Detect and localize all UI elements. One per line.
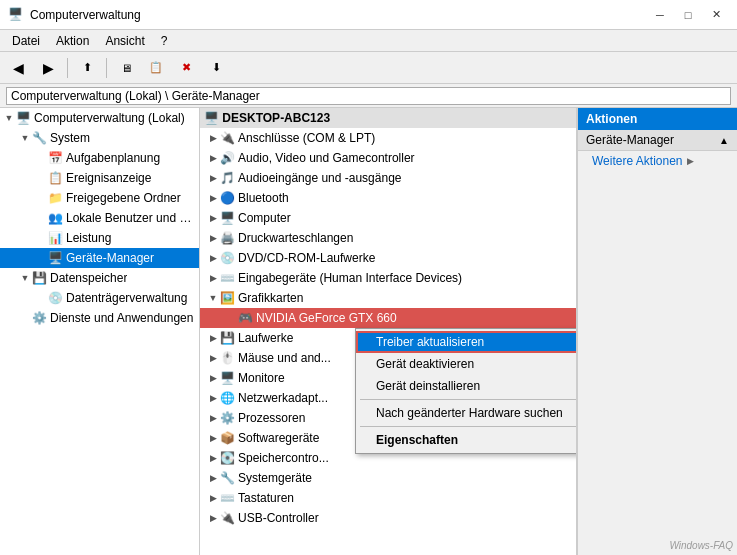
device-label: Eingabegeräte (Human Interface Devices): [238, 271, 462, 285]
expand-icon[interactable]: ▼: [206, 293, 220, 303]
ctx-item-eigenschaften[interactable]: Eigenschaften: [356, 429, 577, 451]
list-button[interactable]: 📋: [142, 55, 170, 81]
menu-help[interactable]: ?: [153, 32, 176, 50]
toolbar: ◀ ▶ ⬆ 🖥 📋 ✖ ⬇: [0, 52, 737, 84]
item-icon: 👥: [48, 211, 63, 225]
back-button[interactable]: ◀: [4, 55, 32, 81]
item-icon: 🖥️: [16, 111, 31, 125]
menu-aktion[interactable]: Aktion: [48, 32, 97, 50]
geraete-manager-label: Geräte-Manager: [586, 133, 674, 147]
forward-button[interactable]: ▶: [34, 55, 62, 81]
tree-item-lokale[interactable]: 👥Lokale Benutzer und Gru...: [0, 208, 199, 228]
tree-item-freigabe[interactable]: 📁Freigegebene Ordner: [0, 188, 199, 208]
delete-button[interactable]: ✖: [172, 55, 200, 81]
ctx-separator: [360, 399, 577, 400]
expand-icon[interactable]: ▶: [206, 253, 220, 263]
ctx-item-treiber[interactable]: Treiber aktualisieren: [356, 331, 577, 353]
left-panel[interactable]: ▼🖥️Computerverwaltung (Lokal)▼🔧System📅Au…: [0, 108, 200, 555]
menu-bar: Datei Aktion Ansicht ?: [0, 30, 737, 52]
item-icon: 💾: [32, 271, 47, 285]
expand-icon[interactable]: ▶: [206, 513, 220, 523]
geraete-manager-section[interactable]: Geräte-Manager ▲: [578, 130, 737, 151]
expand-icon[interactable]: ▶: [206, 233, 220, 243]
expand-icon[interactable]: ▶: [206, 413, 220, 423]
toolbar-sep-1: [67, 58, 68, 78]
device-label: Bluetooth: [238, 191, 289, 205]
device-item-dvd[interactable]: ▶💿DVD/CD-ROM-Laufwerke: [200, 248, 576, 268]
ctx-item-deaktivieren[interactable]: Gerät deaktivieren: [356, 353, 577, 375]
expand-icon[interactable]: ▶: [206, 333, 220, 343]
expand-icon[interactable]: ▼: [2, 113, 16, 123]
tree-item-ereignis[interactable]: 📋Ereignisanzeige: [0, 168, 199, 188]
tree-item-dienste[interactable]: ⚙️Dienste und Anwendungen: [0, 308, 199, 328]
expand-icon[interactable]: ▶: [206, 493, 220, 503]
device-item-computer[interactable]: ▶🖥️Computer: [200, 208, 576, 228]
tree-item-system[interactable]: ▼🔧System: [0, 128, 199, 148]
item-label: Datenträgerverwaltung: [66, 291, 187, 305]
expand-icon[interactable]: ▶: [206, 393, 220, 403]
device-item-system_geraete[interactable]: ▶🔧Systemgeräte: [200, 468, 576, 488]
device-icon: ⌨️: [220, 271, 235, 285]
device-icon: 🔵: [220, 191, 235, 205]
title-bar: 🖥️ Computerverwaltung ─ □ ✕: [0, 0, 737, 30]
expand-icon[interactable]: ▶: [206, 353, 220, 363]
device-item-usb[interactable]: ▶🔌USB-Controller: [200, 508, 576, 528]
device-item-druck[interactable]: ▶🖨️Druckwarteschlangen: [200, 228, 576, 248]
menu-ansicht[interactable]: Ansicht: [97, 32, 152, 50]
middle-panel[interactable]: 🖥️ DESKTOP-ABC123 ▶🔌Anschlüsse (COM & LP…: [200, 108, 577, 555]
expand-icon[interactable]: ▶: [206, 153, 220, 163]
device-icon: ⌨️: [220, 491, 235, 505]
expand-icon[interactable]: ▶: [206, 473, 220, 483]
tree-item-geraete[interactable]: 🖥️Geräte-Manager: [0, 248, 199, 268]
expand-icon[interactable]: ▶: [206, 273, 220, 283]
weitere-aktionen-label: Weitere Aktionen: [592, 154, 683, 168]
expand-icon[interactable]: ▶: [206, 453, 220, 463]
device-label: Speichercontro...: [238, 451, 329, 465]
device-item-nvidia[interactable]: 🎮NVIDIA GeForce GTX 660: [200, 308, 576, 328]
device-item-eingabe[interactable]: ▶⌨️Eingabegeräte (Human Interface Device…: [200, 268, 576, 288]
weitere-aktionen-item[interactable]: Weitere Aktionen ▶: [578, 151, 737, 171]
expand-icon[interactable]: ▶: [206, 213, 220, 223]
tree-item-datentraeger[interactable]: 💿Datenträgerverwaltung: [0, 288, 199, 308]
expand-icon[interactable]: ▼: [18, 273, 32, 283]
minimize-button[interactable]: ─: [647, 5, 673, 25]
expand-icon[interactable]: ▶: [206, 373, 220, 383]
expand-icon[interactable]: ▶: [206, 433, 220, 443]
item-label: Aufgabenplanung: [66, 151, 160, 165]
device-icon: 🖥️: [220, 371, 235, 385]
device-label: Audioeingänge und -ausgänge: [238, 171, 401, 185]
device-icon: 🖥️: [220, 211, 235, 225]
device-label: Computer: [238, 211, 291, 225]
device-label: Netzwerkadapt...: [238, 391, 328, 405]
item-icon: ⚙️: [32, 311, 47, 325]
device-label: NVIDIA GeForce GTX 660: [256, 311, 397, 325]
device-label: DVD/CD-ROM-Laufwerke: [238, 251, 375, 265]
item-icon: 🔧: [32, 131, 47, 145]
device-icon: 🎵: [220, 171, 235, 185]
device-item-tastaturen[interactable]: ▶⌨️Tastaturen: [200, 488, 576, 508]
tree-item-aufgaben[interactable]: 📅Aufgabenplanung: [0, 148, 199, 168]
device-item-audio[interactable]: ▶🔊Audio, Video und Gamecontroller: [200, 148, 576, 168]
device-item-anschluesse[interactable]: ▶🔌Anschlüsse (COM & LPT): [200, 128, 576, 148]
expand-icon[interactable]: ▶: [206, 193, 220, 203]
tree-item-leistung[interactable]: 📊Leistung: [0, 228, 199, 248]
maximize-button[interactable]: □: [675, 5, 701, 25]
menu-datei[interactable]: Datei: [4, 32, 48, 50]
expand-icon[interactable]: ▼: [18, 133, 32, 143]
app-icon: 🖥️: [8, 7, 24, 23]
up-button[interactable]: ⬆: [73, 55, 101, 81]
device-item-audioeingabe[interactable]: ▶🎵Audioeingänge und -ausgänge: [200, 168, 576, 188]
device-item-grafik[interactable]: ▼🖼️Grafikkarten: [200, 288, 576, 308]
ctx-item-deinstallieren[interactable]: Gerät deinstallieren: [356, 375, 577, 397]
expand-icon[interactable]: ▶: [206, 133, 220, 143]
ctx-item-suchen[interactable]: Nach geänderter Hardware suchen: [356, 402, 577, 424]
context-menu: Treiber aktualisierenGerät deaktivierenG…: [355, 328, 577, 454]
device-item-bluetooth[interactable]: ▶🔵Bluetooth: [200, 188, 576, 208]
export-button[interactable]: ⬇: [202, 55, 230, 81]
expand-icon[interactable]: ▶: [206, 173, 220, 183]
device-header: 🖥️ DESKTOP-ABC123: [200, 108, 576, 128]
tree-item-daten[interactable]: ▼💾Datenspeicher: [0, 268, 199, 288]
close-button[interactable]: ✕: [703, 5, 729, 25]
tree-item-root[interactable]: ▼🖥️Computerverwaltung (Lokal): [0, 108, 199, 128]
computer-button[interactable]: 🖥: [112, 55, 140, 81]
